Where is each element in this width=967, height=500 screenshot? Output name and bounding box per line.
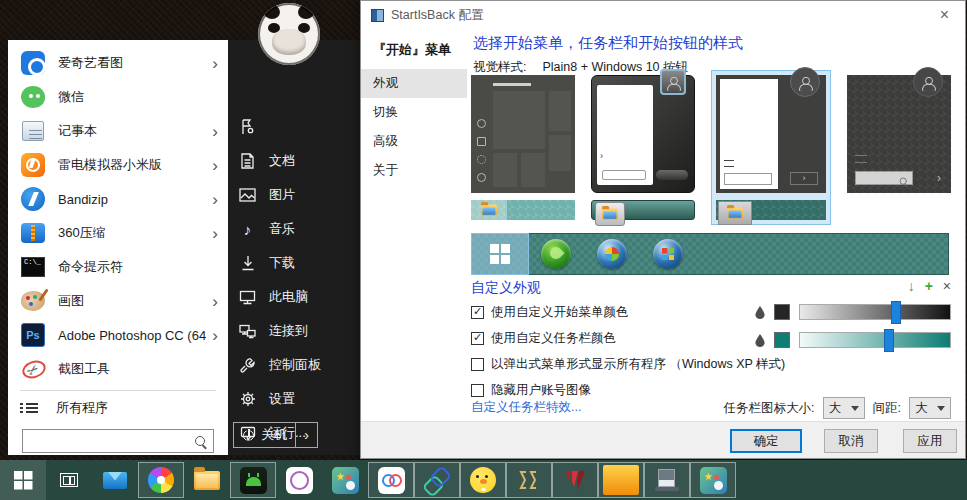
startisback-app-icon <box>371 9 384 22</box>
taskbar-icon-size-select[interactable]: 大 <box>823 397 865 419</box>
app-item-notepad[interactable]: 记事本 › <box>8 114 228 148</box>
place-label: 控制面板 <box>269 356 321 374</box>
search-box[interactable] <box>22 429 214 453</box>
chevron-right-icon: › <box>206 157 218 174</box>
shutdown-split-button: 关机 › <box>233 422 318 448</box>
taskbar-item-game[interactable] <box>322 460 368 500</box>
taskbar-color-slider[interactable] <box>799 332 951 348</box>
taskbar-item-file-explorer[interactable] <box>184 460 230 500</box>
app-item-ldplayer[interactable]: 雷电模拟器小米版 › <box>8 148 228 182</box>
user-avatar[interactable] <box>258 3 320 65</box>
customize-taskbar-effects-link[interactable]: 自定义任务栏特效... <box>471 399 581 416</box>
style-preview-aero7[interactable] <box>591 75 695 220</box>
start-menu-color-swatch[interactable] <box>774 304 790 320</box>
style-preview-win10[interactable] <box>471 75 575 220</box>
divider <box>20 390 216 391</box>
app-label: 命令提示符 <box>58 258 206 276</box>
taskbar-item-orange-app[interactable] <box>598 462 644 498</box>
style-preview-plain10[interactable]: › <box>847 75 951 193</box>
startisback-config-dialog: StartIsBack 配置 × 『开始』菜单 外观 切换 高级 关于 选择开始… <box>360 0 966 459</box>
search-input[interactable] <box>29 434 194 449</box>
cancel-button[interactable]: 取消 <box>824 429 878 453</box>
chevron-right-icon: › <box>206 123 218 140</box>
taskbar-item-ring-app[interactable] <box>276 460 322 500</box>
checkbox[interactable]: ✓ <box>471 384 484 397</box>
taskbar-item-red-arrows-app[interactable] <box>552 462 598 498</box>
taskbar-item-browser[interactable] <box>138 462 184 498</box>
option-hide-user-avatar[interactable]: ✓ 隐藏用户账号图像 <box>471 379 591 401</box>
taskbar-item-chick-app[interactable] <box>460 462 506 498</box>
selected-value: 大 <box>915 400 928 417</box>
slider-handle[interactable] <box>884 329 894 352</box>
option-custom-taskbar-color[interactable]: ✓ 使用自定义任务栏颜色 <box>471 327 616 349</box>
taskbar-item-server-manager[interactable] <box>644 462 690 498</box>
dialog-titlebar[interactable]: StartIsBack 配置 × <box>361 1 965 29</box>
start-button-option-win10-selected[interactable] <box>472 234 528 274</box>
app-label: Bandizip <box>58 192 206 207</box>
taskbar-item-game-2[interactable] <box>690 462 736 498</box>
checkbox[interactable]: ✓ <box>471 358 484 371</box>
pinwheel-browser-icon <box>148 467 174 493</box>
start-button[interactable] <box>0 460 46 500</box>
app-item-paint[interactable]: 画图 › <box>8 284 228 318</box>
start-button-option-clover-orb[interactable] <box>528 234 584 274</box>
shutdown-options-chevron[interactable]: › <box>295 423 317 447</box>
chevron-right-icon: › <box>206 55 218 72</box>
taskbar-item-link-app[interactable] <box>414 462 460 498</box>
nav-item-about[interactable]: 关于 <box>361 156 467 185</box>
nav-item-switching[interactable]: 切换 <box>361 98 467 127</box>
checkbox[interactable]: ✓ <box>471 332 484 345</box>
apply-button[interactable]: 应用 <box>903 429 957 453</box>
taskbar-item-mail[interactable] <box>92 460 138 500</box>
photoshop-icon: Ps <box>20 322 46 348</box>
notepad-icon <box>20 118 46 144</box>
app-item-wechat[interactable]: 微信 <box>8 80 228 114</box>
app-item-snipping-tool[interactable]: 截图工具 <box>8 352 228 386</box>
app-item-bandizip[interactable]: Bandizip › <box>8 182 228 216</box>
option-popup-all-programs[interactable]: ✓ 以弹出式菜单形式显示所有程序 （Windows XP 样式) <box>471 353 785 375</box>
start-button-option-win8-orb[interactable] <box>640 234 696 274</box>
close-icon[interactable]: × <box>934 5 955 25</box>
place-item-control-panel[interactable]: 控制面板 <box>228 348 360 382</box>
place-label: 文档 <box>269 152 295 170</box>
style-preview-plain8-selected[interactable]: › <box>711 70 831 225</box>
task-view-button[interactable] <box>46 460 92 500</box>
app-label: 360压缩 <box>58 224 206 242</box>
all-programs-button[interactable]: 所有程序 <box>8 393 228 423</box>
place-item-pictures[interactable]: 图片 <box>228 178 360 212</box>
wrench-icon <box>239 357 256 374</box>
shutdown-button[interactable]: 关机 <box>234 423 295 447</box>
list-icon <box>20 401 38 415</box>
place-item-music[interactable]: ♪ 音乐 <box>228 212 360 246</box>
place-item-documents[interactable]: 文档 <box>228 144 360 178</box>
add-color-icon[interactable]: + <box>925 279 933 293</box>
app-item-photoshop[interactable]: Ps Adobe Photoshop CC (64 Bit) › <box>8 318 228 352</box>
taskbar-item-cloud-drive[interactable] <box>368 462 414 498</box>
start-button-option-win7-orb[interactable] <box>584 234 640 274</box>
app-label: 截图工具 <box>58 360 206 378</box>
place-label: 此电脑 <box>269 288 308 306</box>
app-label: 雷电模拟器小米版 <box>58 156 206 174</box>
remove-color-icon[interactable]: × <box>943 279 951 293</box>
app-item-iqiyi-viewer[interactable]: 爱奇艺看图 › <box>8 46 228 80</box>
nav-item-appearance[interactable]: 外观 <box>361 69 467 98</box>
taskbar-color-control <box>755 329 951 351</box>
slider-handle[interactable] <box>891 301 901 324</box>
start-menu-color-slider[interactable] <box>799 304 951 320</box>
place-item-this-pc[interactable]: 此电脑 <box>228 280 360 314</box>
place-item-settings[interactable]: 设置 <box>228 382 360 416</box>
app-item-360zip[interactable]: 360压缩 › <box>8 216 228 250</box>
nav-item-advanced[interactable]: 高级 <box>361 127 467 156</box>
option-custom-start-menu-color[interactable]: ✓ 使用自定义开始菜单颜色 <box>471 301 629 323</box>
download-color-icon[interactable]: ↓ <box>908 279 915 293</box>
place-item-downloads[interactable]: 下载 <box>228 246 360 280</box>
app-item-cmd[interactable]: C:\_ 命令提示符 <box>8 250 228 284</box>
spacing-select[interactable]: 大 <box>909 397 951 419</box>
taskbar-item-android-emulator[interactable] <box>230 462 276 498</box>
taskbar-item-gold-app[interactable] <box>506 462 552 498</box>
taskbar-color-swatch[interactable] <box>774 332 790 348</box>
place-item-connect-to[interactable]: 连接到 <box>228 314 360 348</box>
ok-button[interactable]: 确定 <box>730 429 802 453</box>
checkbox[interactable]: ✓ <box>471 306 484 319</box>
place-item-user-files[interactable] <box>228 110 360 144</box>
